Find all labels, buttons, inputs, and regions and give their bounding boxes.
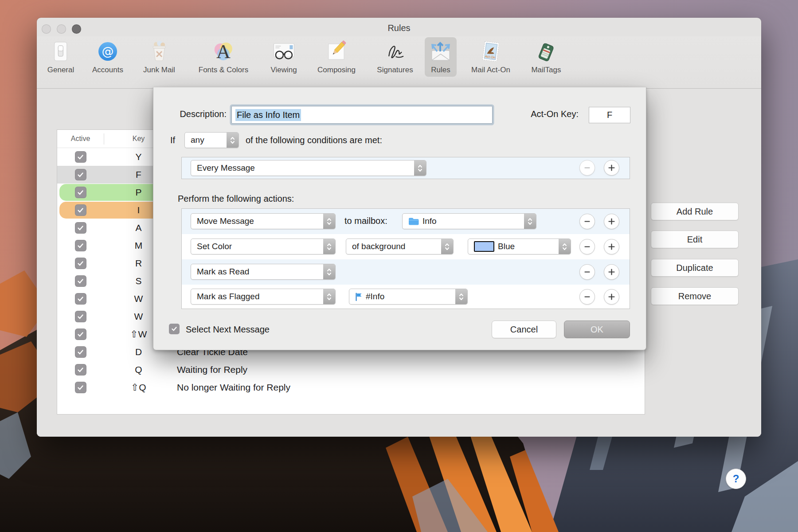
toolbar-label: Signatures bbox=[377, 66, 413, 74]
action-row: Move Message to mailbox: Info bbox=[182, 209, 630, 234]
junk-mail-icon bbox=[147, 39, 172, 64]
description-label: Description: bbox=[170, 109, 227, 119]
rule-active-checkbox[interactable] bbox=[75, 382, 86, 393]
popup-chevrons-icon bbox=[323, 239, 335, 254]
condition-popup[interactable]: Every Message bbox=[191, 160, 426, 176]
rule-row[interactable]: ⇧Q No longer Waiting for Reply bbox=[57, 379, 645, 396]
action-type-popup[interactable]: Mark as Read bbox=[191, 264, 336, 280]
toolbar-label: MailTags bbox=[531, 66, 561, 74]
toolbar-item-junk-mail[interactable]: Junk Mail bbox=[140, 37, 179, 77]
rule-active-checkbox[interactable] bbox=[75, 151, 86, 163]
popup-chevrons-icon bbox=[323, 214, 335, 229]
rule-key: ⇧Q bbox=[104, 382, 173, 393]
add-action-button[interactable] bbox=[604, 289, 619, 305]
act-on-key-field[interactable]: F bbox=[589, 107, 630, 123]
color-target-value: of background bbox=[346, 242, 441, 251]
rule-active-checkbox[interactable] bbox=[75, 364, 86, 376]
act-on-key-label: Act-On Key: bbox=[518, 109, 579, 119]
popup-chevrons-icon bbox=[441, 239, 453, 254]
toolbar-item-fonts-colors[interactable]: A Fonts & Colors bbox=[195, 37, 252, 77]
cancel-button[interactable]: Cancel bbox=[492, 321, 556, 338]
remove-button[interactable]: Remove bbox=[651, 287, 739, 305]
toolbar-label: Junk Mail bbox=[143, 66, 175, 74]
signatures-icon bbox=[383, 39, 407, 64]
popup-chevrons-icon bbox=[323, 289, 335, 304]
help-button[interactable]: ? bbox=[726, 469, 746, 489]
rule-active-checkbox[interactable] bbox=[75, 275, 86, 287]
description-input[interactable]: File as Info Item bbox=[231, 106, 493, 124]
flag-value: #Info bbox=[349, 292, 455, 301]
rule-active-checkbox[interactable] bbox=[75, 222, 86, 234]
rule-active-checkbox[interactable] bbox=[75, 293, 86, 305]
add-action-button[interactable] bbox=[604, 214, 619, 229]
remove-action-button[interactable] bbox=[579, 264, 595, 280]
match-type-value: any bbox=[185, 135, 227, 145]
rule-editor-sheet: Description: File as Info Item Act-On Ke… bbox=[153, 87, 646, 350]
flag-popup[interactable]: #Info bbox=[349, 289, 468, 305]
svg-text:@: @ bbox=[102, 44, 114, 58]
toolbar-label: Mail Act-On bbox=[471, 66, 510, 74]
popup-chevrons-icon bbox=[323, 264, 335, 279]
conditions-suffix-label: of the following conditions are met: bbox=[246, 135, 382, 145]
popup-chevrons-icon bbox=[524, 214, 536, 229]
toolbar-item-mail-act-on[interactable]: Act-On Mail Act-On bbox=[468, 37, 514, 77]
rule-active-checkbox[interactable] bbox=[75, 258, 86, 269]
remove-action-button[interactable] bbox=[579, 289, 595, 305]
add-rule-button[interactable]: Add Rule bbox=[651, 203, 739, 220]
rule-active-checkbox[interactable] bbox=[75, 311, 86, 322]
rule-active-checkbox[interactable] bbox=[75, 240, 86, 251]
rule-active-checkbox[interactable] bbox=[75, 169, 86, 180]
mailbox-value: Info bbox=[403, 216, 524, 226]
action-value: Mark as Flagged bbox=[191, 292, 323, 301]
mailbox-popup[interactable]: Info bbox=[402, 213, 536, 229]
action-value: Move Message bbox=[191, 216, 323, 226]
toolbar-label: Composing bbox=[317, 66, 356, 74]
toolbar-item-composing[interactable]: Composing bbox=[314, 37, 359, 77]
toolbar-item-accounts[interactable]: @ Accounts bbox=[89, 37, 127, 77]
rule-name: Waiting for Reply bbox=[173, 364, 645, 375]
toolbar-label: General bbox=[47, 66, 74, 74]
action-type-popup[interactable]: Mark as Flagged bbox=[191, 289, 336, 305]
remove-action-button[interactable] bbox=[579, 239, 595, 254]
toolbar-item-rules[interactable]: Rules bbox=[425, 37, 457, 77]
accounts-icon: @ bbox=[95, 39, 120, 64]
action-value: Set Color bbox=[191, 242, 323, 251]
toolbar-item-mailtags[interactable]: MailTags bbox=[528, 37, 564, 77]
action-row: Mark as Read bbox=[182, 259, 630, 285]
rule-active-checkbox[interactable] bbox=[75, 329, 86, 340]
action-type-popup[interactable]: Set Color bbox=[191, 239, 336, 254]
rule-active-checkbox[interactable] bbox=[75, 187, 86, 198]
rule-active-checkbox[interactable] bbox=[75, 346, 86, 358]
remove-action-button[interactable] bbox=[579, 214, 595, 229]
titlebar: Rules bbox=[37, 18, 761, 36]
add-action-button[interactable] bbox=[604, 264, 619, 280]
color-target-popup[interactable]: of background bbox=[346, 239, 454, 254]
svg-text:A: A bbox=[216, 41, 231, 63]
rule-active-checkbox[interactable] bbox=[75, 204, 86, 216]
remove-condition-button[interactable] bbox=[579, 160, 595, 176]
toolbar-item-viewing[interactable]: Viewing bbox=[267, 37, 300, 77]
color-value: Blue bbox=[468, 241, 559, 252]
toolbar-item-signatures[interactable]: Signatures bbox=[373, 37, 416, 77]
column-header-active: Active bbox=[57, 135, 104, 143]
toolbar-item-general[interactable]: General bbox=[44, 37, 78, 77]
viewing-icon bbox=[271, 39, 296, 64]
fonts-colors-icon: A bbox=[211, 39, 236, 64]
select-next-message-checkbox[interactable] bbox=[169, 324, 180, 334]
action-type-popup[interactable]: Move Message bbox=[191, 213, 336, 229]
edit-button[interactable]: Edit bbox=[651, 231, 739, 248]
duplicate-button[interactable]: Duplicate bbox=[651, 259, 739, 277]
action-row: Set Color of background Blue bbox=[182, 234, 630, 259]
rule-row[interactable]: Q Waiting for Reply bbox=[57, 361, 645, 379]
add-condition-button[interactable] bbox=[604, 160, 619, 176]
toolbar-label: Accounts bbox=[92, 66, 123, 74]
mail-act-on-icon: Act-On bbox=[478, 39, 503, 64]
color-popup[interactable]: Blue bbox=[468, 239, 571, 254]
mail-preferences-window: Rules General @ Accounts bbox=[37, 18, 761, 437]
match-type-popup[interactable]: any bbox=[184, 132, 239, 148]
popup-chevrons-icon bbox=[227, 133, 239, 148]
conditions-box: Every Message bbox=[181, 157, 630, 179]
ok-button[interactable]: OK bbox=[564, 321, 630, 338]
mailtags-icon bbox=[534, 39, 559, 64]
add-action-button[interactable] bbox=[604, 239, 619, 254]
